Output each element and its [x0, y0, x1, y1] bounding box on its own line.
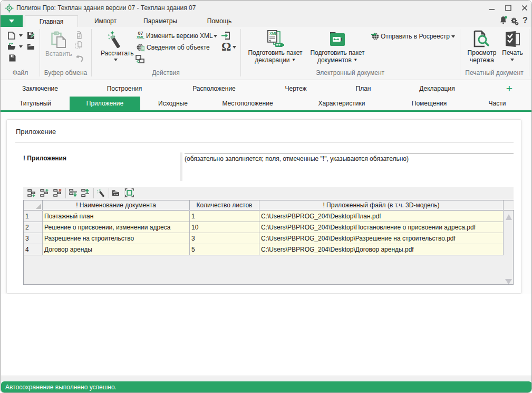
svg-text:XML: XML: [269, 32, 278, 35]
